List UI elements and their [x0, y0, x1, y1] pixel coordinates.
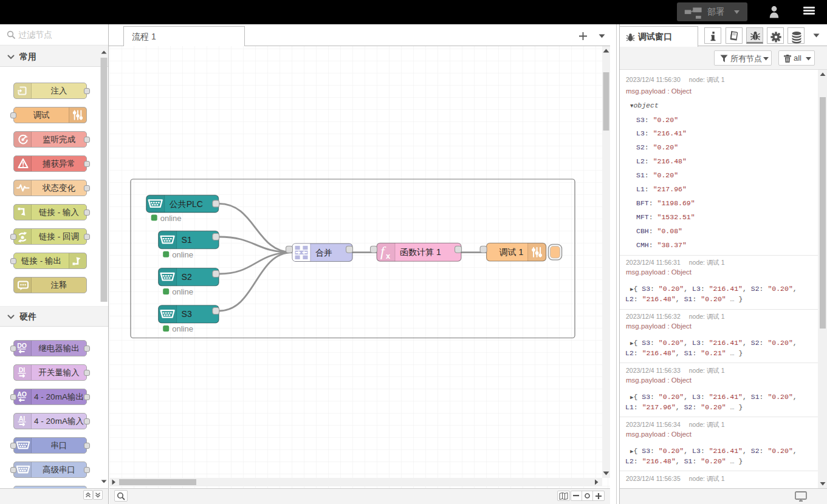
svg-text:S1: S1 [182, 235, 192, 245]
svg-text:online: online [172, 287, 193, 296]
svg-text:AO: AO [17, 390, 27, 398]
svg-text:公共PLC: 公共PLC [170, 199, 203, 209]
svg-text:S2: S2 [182, 272, 192, 282]
svg-text:online: online [172, 250, 193, 259]
svg-text:合并: 合并 [315, 248, 332, 257]
svg-text:DO: DO [17, 342, 27, 349]
svg-text:DI: DI [19, 366, 26, 373]
svg-text:S3: S3 [182, 309, 192, 319]
svg-text:调试 1: 调试 1 [499, 247, 524, 257]
svg-text:函数计算 1: 函数计算 1 [400, 247, 441, 257]
svg-text:x: x [386, 251, 391, 261]
svg-text:AI: AI [19, 415, 26, 422]
svg-text:online: online [172, 324, 193, 333]
svg-text:online: online [160, 214, 182, 223]
